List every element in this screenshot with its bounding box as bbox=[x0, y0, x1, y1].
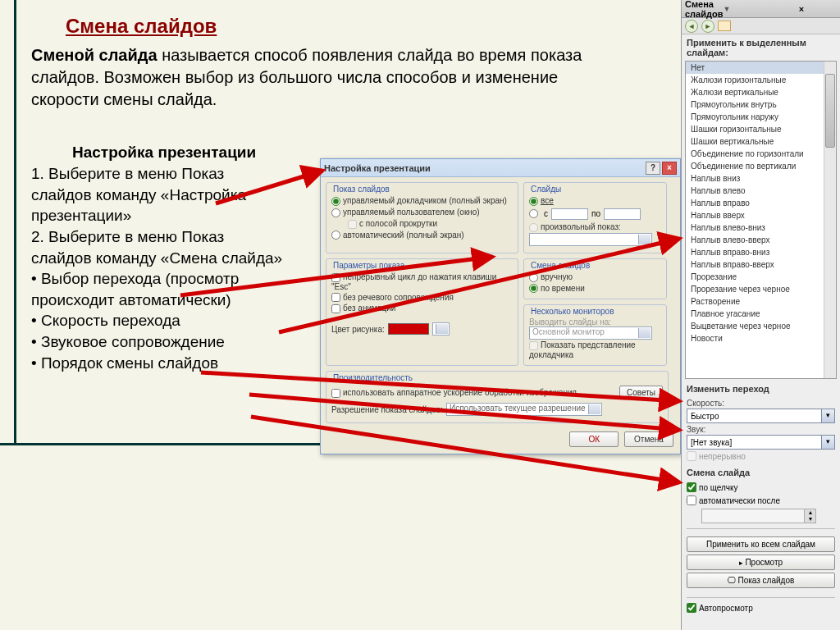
subtitle: Настройка презентации bbox=[0, 111, 681, 162]
scrollbar-thumb[interactable] bbox=[825, 74, 835, 148]
to-spinner[interactable] bbox=[604, 208, 641, 220]
modify-transition-label: Изменить переход bbox=[682, 381, 840, 395]
transition-item[interactable]: Наплыв влево-вверх bbox=[686, 234, 836, 246]
step-1: 1. Выберите в меню Показ слайдов команду… bbox=[31, 163, 287, 226]
pen-color-swatch[interactable] bbox=[388, 323, 429, 335]
auto-after-checkbox[interactable] bbox=[687, 495, 696, 505]
step-2: 2. Выберите в меню Показ слайдов команду… bbox=[31, 226, 287, 268]
dialog-title-text: Настройка презентации bbox=[324, 163, 646, 173]
ok-button[interactable]: ОК bbox=[569, 431, 619, 447]
check-scrollbar: с полосой прокрутки bbox=[331, 218, 513, 230]
transition-item[interactable]: Выцветание через черное bbox=[686, 320, 836, 332]
transition-item[interactable]: Прямоугольник внутрь bbox=[686, 98, 836, 111]
from-spinner[interactable] bbox=[551, 208, 588, 220]
speed-combo[interactable]: Быстро▾ bbox=[687, 409, 835, 423]
slides-range-group: Слайды все с по произвольный показ: bbox=[523, 182, 667, 253]
cancel-button[interactable]: Отмена bbox=[624, 431, 673, 447]
radio-presenter[interactable]: управляемый докладчиком (полный экран) bbox=[331, 195, 513, 207]
sound-combo[interactable]: [Нет звука]▾ bbox=[687, 435, 835, 450]
transition-item[interactable]: Объединение по горизонтали bbox=[686, 148, 836, 160]
transition-item[interactable]: Наплыв вниз bbox=[686, 172, 836, 185]
group-label: Смена слайдов bbox=[529, 261, 661, 270]
transition-item[interactable]: Наплыв влево-вниз bbox=[686, 221, 836, 234]
check-hw-accel[interactable]: использовать аппаратное ускорение обрабо… bbox=[331, 387, 616, 399]
description: Сменой слайда называется способ появлени… bbox=[0, 38, 623, 111]
monitor-label: Выводить слайды на: bbox=[529, 317, 661, 326]
nav-forward-icon[interactable]: ► bbox=[701, 20, 714, 33]
on-click-checkbox[interactable] bbox=[687, 482, 696, 492]
transition-item[interactable]: Жалюзи вертикальные bbox=[686, 86, 836, 98]
transition-item[interactable]: Объединение по вертикали bbox=[686, 160, 836, 172]
bullet-order: • Порядок смены слайдов bbox=[31, 353, 287, 374]
pen-color-dropdown[interactable] bbox=[432, 322, 450, 336]
advance-slide-label: Смена слайда bbox=[682, 464, 840, 479]
transition-item[interactable]: Шашки горизонтальные bbox=[686, 123, 836, 135]
check-no-animation[interactable]: без анимации bbox=[331, 303, 513, 314]
nav-back-icon[interactable]: ◄ bbox=[685, 20, 698, 33]
check-presenter-view: Показать представление докладчика bbox=[529, 340, 661, 360]
transition-item[interactable]: Наплыв вправо-вверх bbox=[686, 258, 836, 271]
dialog-titlebar[interactable]: Настройка презентации ? × bbox=[321, 159, 680, 177]
radio-timings[interactable]: по времени bbox=[529, 283, 661, 294]
radio-all-slides[interactable]: все bbox=[529, 195, 661, 207]
pane-nav: ◄ ► bbox=[682, 18, 840, 34]
radio-kiosk[interactable]: автоматический (полный экран) bbox=[331, 230, 513, 241]
speed-label: Скорость: bbox=[687, 397, 835, 409]
monitor-combo: Основной монитор bbox=[529, 326, 652, 340]
slideshow-button[interactable]: 🖵 Показ слайдов bbox=[687, 573, 835, 588]
transition-item[interactable]: Прямоугольник наружу bbox=[686, 111, 836, 123]
transition-item[interactable]: Нет bbox=[686, 62, 836, 74]
auto-after-label: автоматически после bbox=[699, 496, 780, 505]
transition-item[interactable]: Новости bbox=[686, 332, 836, 345]
transition-item[interactable]: Прорезание через черное bbox=[686, 283, 836, 295]
transition-item[interactable]: Наплыв влево bbox=[686, 185, 836, 197]
group-label: Производительность bbox=[331, 373, 663, 382]
bullet-sound: • Звуковое сопровождение bbox=[31, 331, 287, 353]
custom-show-combo bbox=[529, 233, 652, 246]
group-label: Показ слайдов bbox=[331, 185, 513, 194]
scrollbar[interactable] bbox=[824, 62, 836, 378]
loop-sound-label: непрерывно bbox=[699, 452, 746, 461]
preview-button[interactable]: Просмотр bbox=[687, 555, 835, 570]
desc-bold: Сменой слайда bbox=[31, 46, 158, 64]
check-loop[interactable]: непрерывный цикл до нажатия клавиши "Esc… bbox=[331, 272, 513, 292]
transition-item[interactable]: Наплыв вправо-вниз bbox=[686, 246, 836, 258]
bullet-speed: • Скорость перехода bbox=[31, 310, 287, 331]
transition-item[interactable]: Шашки вертикальные bbox=[686, 135, 836, 148]
close-pane-icon[interactable]: × bbox=[799, 4, 837, 14]
presentation-settings-dialog: Настройка презентации ? × Показ слайдов … bbox=[320, 158, 681, 454]
check-no-narration[interactable]: без речевого сопровождения bbox=[331, 292, 513, 304]
resolution-combo[interactable]: Использовать текущее разрешение bbox=[446, 403, 602, 416]
chevron-down-icon[interactable]: ▾ bbox=[821, 436, 834, 449]
chevron-down-icon[interactable]: ▾ bbox=[821, 409, 834, 422]
radio-browsed[interactable]: управляемый пользователем (окно) bbox=[331, 207, 513, 218]
pane-title[interactable]: Смена слайдов ▼ × bbox=[682, 0, 840, 18]
radio-custom-show: произвольный показ: bbox=[529, 221, 661, 233]
apply-all-button[interactable]: Применить ко всем слайдам bbox=[687, 536, 835, 552]
pen-color-label: Цвет рисунка: bbox=[331, 325, 385, 334]
tips-button[interactable]: Советы bbox=[619, 386, 663, 399]
group-label: Несколько мониторов bbox=[529, 307, 661, 316]
sound-label: Звук: bbox=[687, 423, 835, 435]
show-type-group: Показ слайдов управляемый докладчиком (п… bbox=[326, 182, 518, 253]
radio-range[interactable]: с по bbox=[529, 207, 661, 221]
transition-item[interactable]: Наплыв вверх bbox=[686, 209, 836, 221]
auto-after-spinner[interactable]: ▴▾ bbox=[701, 509, 816, 523]
autopreview-label: Автопросмотр bbox=[699, 604, 753, 613]
transition-item[interactable]: Плавное угасание bbox=[686, 308, 836, 320]
transition-list[interactable]: НетЖалюзи горизонтальныеЖалюзи вертикаль… bbox=[685, 61, 837, 379]
nav-home-icon[interactable] bbox=[718, 21, 731, 31]
autopreview-checkbox[interactable] bbox=[687, 603, 696, 613]
transition-item[interactable]: Наплыв вправо bbox=[686, 197, 836, 209]
page-title: Смена слайдов bbox=[0, 0, 681, 38]
monitors-group: Несколько мониторов Выводить слайды на: … bbox=[523, 304, 667, 366]
help-button[interactable]: ? bbox=[646, 162, 660, 175]
transition-item[interactable]: Жалюзи горизонтальные bbox=[686, 74, 836, 86]
resolution-label: Разрешение показа слайдов: bbox=[331, 405, 443, 414]
radio-manual[interactable]: вручную bbox=[529, 272, 661, 283]
transition-item[interactable]: Растворение bbox=[686, 295, 836, 308]
close-button[interactable]: × bbox=[662, 162, 677, 175]
dropdown-icon[interactable]: ▼ bbox=[723, 5, 760, 13]
transition-item[interactable]: Прорезание bbox=[686, 271, 836, 283]
group-label: Параметры показа bbox=[331, 261, 513, 270]
